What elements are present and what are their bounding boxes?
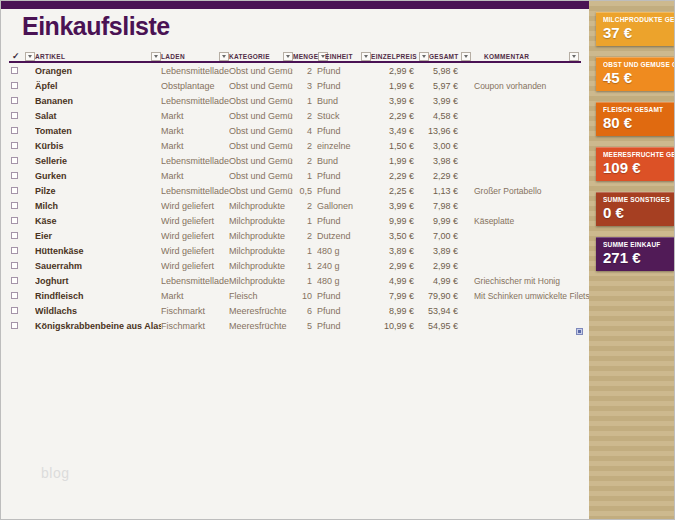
column-header-kommentar: KOMMENTAR xyxy=(471,50,581,62)
filter-done-button[interactable] xyxy=(25,52,35,61)
cell-gesamt: 3,98 € xyxy=(417,153,461,168)
cell-einzelpreis: 10,99 € xyxy=(371,318,417,333)
cell-kategorie: Milchprodukte xyxy=(229,273,293,288)
row-checkbox[interactable] xyxy=(11,187,18,194)
row-checkbox[interactable] xyxy=(11,112,18,119)
cell-kategorie: Obst und Gemüs xyxy=(229,138,293,153)
cell-einzelpreis: 7,99 € xyxy=(371,288,417,303)
select-all-checkmark-icon: ✓ xyxy=(9,51,20,61)
filter-kommentar-button[interactable] xyxy=(569,52,579,61)
total-card-value: 80 € xyxy=(603,114,674,131)
row-checkbox[interactable] xyxy=(11,157,18,164)
cell-artikel: Wildlachs xyxy=(35,303,161,318)
cell-einheit: Bund xyxy=(317,153,371,168)
row-checkbox[interactable] xyxy=(11,97,18,104)
cell-menge: 10 xyxy=(293,288,317,303)
cell-einheit: 240 g xyxy=(317,258,371,273)
total-card: MEERESFRÜCHTE GESAMT 109 € xyxy=(596,147,674,181)
row-checkbox[interactable] xyxy=(11,232,18,239)
filter-artikel-button[interactable] xyxy=(151,52,161,61)
cell-kommentar xyxy=(461,93,581,108)
column-label-artikel: ARTIKEL xyxy=(35,53,65,60)
total-card-value: 45 € xyxy=(603,69,674,86)
row-checkbox[interactable] xyxy=(11,247,18,254)
shopping-list-table: ✓ ARTIKEL LADEN KATEGORIE MENGE EINHEIT xyxy=(9,51,581,333)
cell-kategorie: Milchprodukte xyxy=(229,213,293,228)
table-row: Äpfel Obstplantage Obst und Gemüs 3 Pfun… xyxy=(9,78,581,93)
cell-einheit: Pfund xyxy=(317,123,371,138)
cell-kategorie: Obst und Gemüs xyxy=(229,63,293,78)
cell-einzelpreis: 3,99 € xyxy=(371,93,417,108)
row-checkbox[interactable] xyxy=(11,262,18,269)
filter-einzelpreis-button[interactable] xyxy=(419,52,429,61)
total-card-label: MEERESFRÜCHTE GESAMT xyxy=(603,151,674,158)
cell-einheit: Pfund xyxy=(317,318,371,333)
cell-menge: 2 xyxy=(293,198,317,213)
cell-gesamt: 1,13 € xyxy=(417,183,461,198)
cell-menge: 5 xyxy=(293,318,317,333)
cell-einheit: Pfund xyxy=(317,303,371,318)
cell-einzelpreis: 4,99 € xyxy=(371,273,417,288)
cell-menge: 6 xyxy=(293,303,317,318)
column-header-einheit: EINHEIT xyxy=(325,50,371,62)
cell-kommentar: Griechischer mit Honig xyxy=(461,273,581,288)
cell-artikel: Pilze xyxy=(35,183,161,198)
filter-gesamt-button[interactable] xyxy=(461,52,471,61)
row-checkbox[interactable] xyxy=(11,217,18,224)
filter-kategorie-button[interactable] xyxy=(283,52,293,61)
cell-kommentar xyxy=(461,168,581,183)
table-row: Rindfleisch Markt Fleisch 10 Pfund 7,99 … xyxy=(9,288,581,303)
table-handle-icon[interactable] xyxy=(576,328,583,335)
table-row: Tomaten Markt Obst und Gemüs 4 Pfund 3,4… xyxy=(9,123,581,138)
totals-sidebar: MILCHPRODUKTE GESAMT 37 € OBST UND GEMÜS… xyxy=(589,1,674,520)
row-checkbox[interactable] xyxy=(11,277,18,284)
row-checkbox[interactable] xyxy=(11,82,18,89)
cell-kommentar xyxy=(461,123,581,138)
row-checkbox[interactable] xyxy=(11,142,18,149)
cell-laden: Markt xyxy=(161,168,229,183)
cell-laden: Markt xyxy=(161,108,229,123)
column-label-einheit: EINHEIT xyxy=(325,53,353,60)
cell-einzelpreis: 3,49 € xyxy=(371,123,417,138)
total-card-label: MILCHPRODUKTE GESAMT xyxy=(603,16,674,23)
cell-kategorie: Milchprodukte xyxy=(229,243,293,258)
table-row: Wildlachs Fischmarkt Meeresfrüchte 6 Pfu… xyxy=(9,303,581,318)
cell-kommentar xyxy=(461,243,581,258)
filter-einheit-button[interactable] xyxy=(361,52,371,61)
row-checkbox[interactable] xyxy=(11,292,18,299)
row-checkbox[interactable] xyxy=(11,307,18,314)
row-checkbox[interactable] xyxy=(11,202,18,209)
table-row: Eier Wird geliefert Milchprodukte 2 Dutz… xyxy=(9,228,581,243)
cell-artikel: Orangen xyxy=(35,63,161,78)
total-card-label: OBST UND GEMÜSE GESAMT xyxy=(603,61,674,68)
cell-kategorie: Obst und Gemüs xyxy=(229,93,293,108)
cell-laden: Lebensmittelladen xyxy=(161,273,229,288)
row-checkbox[interactable] xyxy=(11,322,18,329)
cell-artikel: Sauerrahm xyxy=(35,258,161,273)
cell-menge: 0,5 xyxy=(293,183,317,198)
cell-einheit: Pfund xyxy=(317,288,371,303)
cell-laden: Obstplantage xyxy=(161,78,229,93)
cell-kategorie: Obst und Gemüs xyxy=(229,108,293,123)
filter-laden-button[interactable] xyxy=(219,52,229,61)
row-checkbox[interactable] xyxy=(11,172,18,179)
row-checkbox[interactable] xyxy=(11,67,18,74)
cell-menge: 2 xyxy=(293,153,317,168)
column-header-kategorie: KATEGORIE xyxy=(229,50,293,62)
cell-laden: Markt xyxy=(161,288,229,303)
column-label-laden: LADEN xyxy=(161,53,185,60)
total-card-label: SUMME EINKAUF xyxy=(603,241,674,248)
cell-artikel: Eier xyxy=(35,228,161,243)
cell-gesamt: 3,89 € xyxy=(417,243,461,258)
cell-artikel: Bananen xyxy=(35,93,161,108)
cell-einheit: Gallonen xyxy=(317,198,371,213)
cell-kommentar: Coupon vorhanden xyxy=(461,78,581,93)
cell-kategorie: Milchprodukte xyxy=(229,258,293,273)
cell-menge: 1 xyxy=(293,243,317,258)
column-label-gesamt: GESAMT xyxy=(429,53,459,60)
column-header-done: ✓ xyxy=(9,50,35,62)
cell-laden: Fischmarkt xyxy=(161,318,229,333)
cell-kategorie: Meeresfrüchte xyxy=(229,318,293,333)
row-checkbox[interactable] xyxy=(11,127,18,134)
cell-einzelpreis: 2,29 € xyxy=(371,108,417,123)
